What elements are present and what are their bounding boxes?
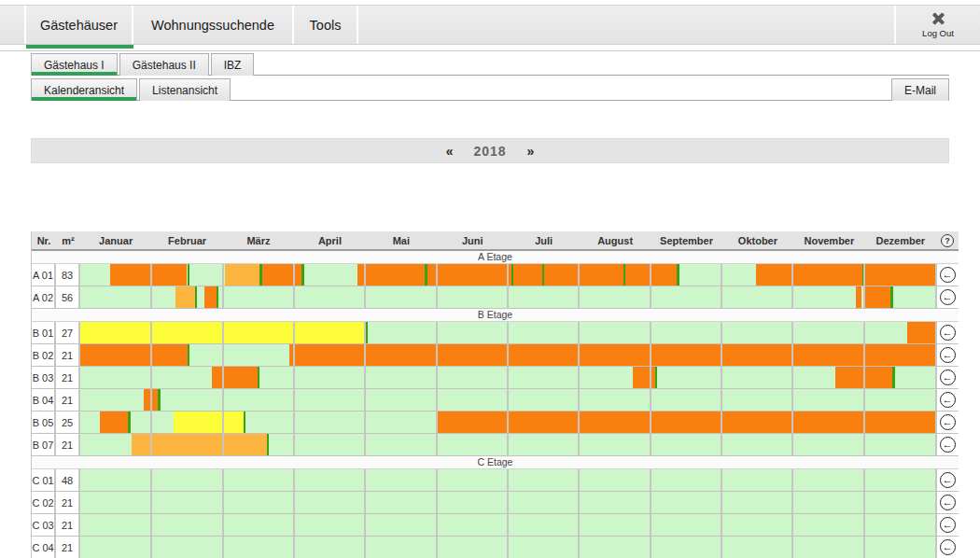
booking-segment-booked[interactable] — [437, 412, 935, 433]
room-number-label: A 01 — [32, 264, 56, 286]
tab-kalenderansicht[interactable]: Kalenderansicht — [31, 78, 137, 101]
month-gridline — [364, 389, 366, 411]
history-button-cell: ← — [937, 537, 958, 558]
room-timeline[interactable] — [80, 344, 937, 366]
help-icon[interactable]: ? — [941, 234, 954, 247]
nav-filler — [358, 6, 894, 44]
month-gridline — [650, 412, 651, 433]
month-gridline — [364, 434, 366, 455]
booking-divider — [195, 286, 198, 308]
history-arrow-button[interactable]: ← — [940, 392, 956, 408]
history-arrow-button[interactable]: ← — [940, 517, 956, 533]
booking-segment-booked[interactable] — [212, 367, 258, 388]
month-gridline — [650, 389, 651, 411]
month-gridline — [791, 344, 793, 366]
room-timeline[interactable] — [80, 322, 937, 343]
history-arrow-button[interactable]: ← — [940, 539, 956, 555]
month-gridline — [364, 264, 366, 286]
history-arrow-button[interactable]: ← — [940, 437, 956, 453]
room-timeline[interactable] — [80, 514, 937, 536]
room-row-b03: B 0321← — [32, 367, 959, 389]
active-nav-underline — [26, 45, 133, 49]
booking-segment-booked[interactable] — [357, 264, 678, 286]
month-gridline — [721, 286, 722, 308]
tab-email[interactable]: E-Mail — [891, 78, 949, 101]
history-arrow-button[interactable]: ← — [940, 347, 956, 363]
month-gridline — [791, 264, 793, 286]
booking-segment-booked[interactable] — [100, 412, 128, 433]
room-timeline[interactable] — [80, 434, 937, 455]
month-gridline — [650, 434, 651, 455]
booking-segment-booked[interactable] — [289, 344, 935, 366]
room-timeline[interactable] — [80, 492, 937, 513]
room-area-label: 21 — [56, 344, 80, 366]
month-gridline — [507, 537, 509, 558]
booking-segment-booked[interactable] — [756, 264, 935, 286]
booking-segment-booked[interactable] — [204, 286, 217, 308]
month-gridline — [436, 286, 438, 308]
booking-segment-booked[interactable] — [907, 322, 935, 343]
booking-divider — [425, 264, 427, 286]
house-tab-row: Gästehaus IGästehaus IIIBZ — [31, 53, 949, 76]
month-gridline — [293, 434, 295, 455]
room-timeline[interactable] — [80, 537, 937, 558]
month-header-juli: Juli — [508, 235, 579, 246]
history-arrow-button[interactable]: ← — [940, 472, 956, 488]
booking-segment-tentative[interactable] — [174, 412, 244, 433]
month-gridline — [222, 286, 224, 308]
room-number-label: A 02 — [32, 286, 56, 308]
prev-year-button[interactable]: « — [446, 144, 454, 159]
month-gridline — [364, 367, 366, 388]
room-timeline[interactable] — [80, 264, 937, 286]
booking-segment-booked[interactable] — [856, 286, 861, 308]
room-timeline[interactable] — [80, 412, 937, 433]
month-gridline — [721, 412, 722, 433]
room-timeline[interactable] — [80, 469, 937, 491]
booking-divider — [259, 264, 262, 286]
month-gridline — [222, 412, 224, 433]
next-year-button[interactable]: » — [527, 144, 535, 159]
booking-segment-option[interactable] — [175, 286, 195, 308]
month-gridline — [293, 492, 295, 513]
history-arrow-button[interactable]: ← — [940, 414, 956, 430]
nav-tab-gstehuser[interactable]: Gästehäuser — [24, 6, 132, 44]
booking-segment-option[interactable] — [225, 264, 260, 286]
history-arrow-button[interactable]: ← — [940, 267, 956, 283]
booking-segment-booked[interactable] — [865, 286, 890, 308]
nav-tab-wohnungssuchende[interactable]: Wohnungssuchende — [132, 6, 292, 44]
tab-ibz[interactable]: IBZ — [211, 53, 255, 76]
history-arrow-button[interactable]: ← — [940, 370, 956, 385]
room-number-label: C 02 — [32, 492, 56, 513]
history-arrow-button[interactable]: ← — [940, 289, 956, 305]
year-label: 2018 — [473, 144, 506, 159]
month-gridline — [791, 469, 793, 491]
month-gridline — [507, 367, 509, 388]
month-gridline — [364, 537, 366, 558]
history-arrow-button[interactable]: ← — [940, 495, 956, 510]
month-gridline — [791, 412, 793, 433]
room-timeline[interactable] — [80, 389, 937, 411]
tab-gstehausi[interactable]: Gästehaus I — [31, 53, 118, 76]
month-gridline — [436, 264, 438, 286]
nav-tab-tools[interactable]: Tools — [292, 6, 358, 44]
logout-button[interactable]: Log Out — [894, 6, 980, 44]
room-area-label: 56 — [56, 286, 80, 308]
room-area-label: 48 — [56, 469, 80, 491]
tab-gstehausii[interactable]: Gästehaus II — [119, 53, 209, 76]
booking-divider — [267, 434, 270, 455]
month-gridline — [293, 514, 295, 536]
section-header-b-etage: B Etage — [32, 309, 959, 322]
history-button-cell: ← — [937, 264, 958, 286]
month-gridline — [150, 322, 152, 343]
booking-segment-booked[interactable] — [633, 367, 655, 388]
history-arrow-button[interactable]: ← — [940, 325, 956, 341]
booking-segment-booked[interactable] — [259, 264, 301, 286]
room-timeline[interactable] — [80, 286, 937, 308]
room-timeline[interactable] — [80, 367, 937, 388]
room-row-a02: A 0256← — [32, 286, 959, 309]
month-gridline — [150, 514, 152, 536]
month-gridline — [650, 286, 651, 308]
tab-listenansicht[interactable]: Listenansicht — [139, 78, 231, 101]
booking-segment-booked[interactable] — [110, 264, 187, 286]
booking-segment-booked[interactable] — [80, 344, 188, 366]
